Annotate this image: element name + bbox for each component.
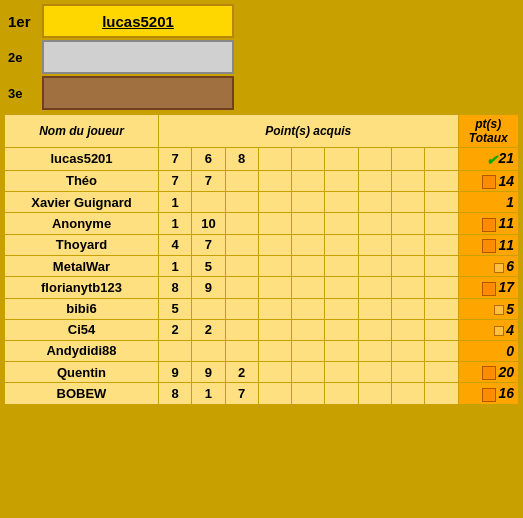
score-cell xyxy=(391,256,424,277)
player-name: Ci54 xyxy=(5,319,159,340)
score-cell: 7 xyxy=(225,383,258,405)
score-cell xyxy=(292,361,325,383)
podium-rank-3: 3e xyxy=(4,86,42,101)
total-value: 5 xyxy=(506,301,514,317)
small-indicator xyxy=(494,305,504,315)
total-value: 6 xyxy=(506,258,514,274)
total-value: 0 xyxy=(506,343,514,359)
total-cell: 14 xyxy=(458,170,518,192)
score-cell xyxy=(192,340,225,361)
score-cell xyxy=(258,277,291,299)
score-cell: 2 xyxy=(225,361,258,383)
player-name: florianytb123 xyxy=(5,277,159,299)
podium-name-3 xyxy=(42,76,234,110)
score-cell xyxy=(225,213,258,235)
score-cell: 8 xyxy=(225,148,258,171)
score-cell xyxy=(258,319,291,340)
score-cell: 2 xyxy=(192,319,225,340)
scores-table: Nom du joueur Point(s) acquis pt(s) Tota… xyxy=(4,114,519,405)
total-value: 14 xyxy=(498,173,514,189)
score-cell: 8 xyxy=(158,383,191,405)
check-icon: ✔ xyxy=(486,152,498,168)
score-cell xyxy=(391,361,424,383)
score-cell xyxy=(225,170,258,192)
total-value: 11 xyxy=(498,237,514,253)
total-cell: 20 xyxy=(458,361,518,383)
score-cell: 1 xyxy=(158,213,191,235)
score-cell xyxy=(258,340,291,361)
score-cell: 5 xyxy=(158,298,191,319)
podium-rank-2: 2e xyxy=(4,50,42,65)
score-cell xyxy=(325,298,358,319)
score-cell xyxy=(225,256,258,277)
score-cell xyxy=(325,277,358,299)
total-cell: 6 xyxy=(458,256,518,277)
score-cell xyxy=(258,234,291,256)
score-cell xyxy=(225,298,258,319)
score-cell xyxy=(292,277,325,299)
score-cell xyxy=(258,298,291,319)
orange-indicator xyxy=(482,366,496,380)
score-cell xyxy=(425,319,458,340)
score-cell xyxy=(425,340,458,361)
score-cell xyxy=(358,383,391,405)
score-cell: 4 xyxy=(158,234,191,256)
score-cell: 8 xyxy=(158,277,191,299)
table-row: Andydidi880 xyxy=(5,340,519,361)
table-row: Quentin99220 xyxy=(5,361,519,383)
total-value: 17 xyxy=(498,279,514,295)
score-cell xyxy=(358,170,391,192)
score-cell xyxy=(358,213,391,235)
score-cell xyxy=(425,170,458,192)
table-row: florianytb1238917 xyxy=(5,277,519,299)
scoreboard: 1er lucas5201 2e 3e Nom du joueur Point(… xyxy=(0,0,523,409)
player-name: MetalWar xyxy=(5,256,159,277)
score-cell: 9 xyxy=(192,361,225,383)
score-cell xyxy=(358,319,391,340)
small-indicator xyxy=(494,326,504,336)
podium-row-2: 2e xyxy=(4,40,519,74)
table-header: Nom du joueur Point(s) acquis pt(s) Tota… xyxy=(5,115,519,148)
score-cell xyxy=(325,170,358,192)
score-cell xyxy=(325,148,358,171)
total-cell: 16 xyxy=(458,383,518,405)
table-row: MetalWar156 xyxy=(5,256,519,277)
orange-indicator xyxy=(482,218,496,232)
total-value: 20 xyxy=(498,364,514,380)
score-cell xyxy=(258,361,291,383)
score-cell xyxy=(425,383,458,405)
score-cell xyxy=(391,148,424,171)
header-total: pt(s) Totaux xyxy=(458,115,518,148)
score-cell xyxy=(425,148,458,171)
score-cell xyxy=(358,298,391,319)
score-cell xyxy=(391,277,424,299)
table-row: Anonyme11011 xyxy=(5,213,519,235)
score-cell xyxy=(258,256,291,277)
score-cell xyxy=(325,319,358,340)
score-cell xyxy=(325,340,358,361)
table-row: Théo7714 xyxy=(5,170,519,192)
total-value: 21 xyxy=(498,150,514,166)
score-cell xyxy=(325,383,358,405)
score-cell xyxy=(292,148,325,171)
score-cell: 2 xyxy=(158,319,191,340)
orange-indicator xyxy=(482,388,496,402)
score-cell: 7 xyxy=(192,234,225,256)
score-cell xyxy=(425,213,458,235)
score-cell xyxy=(158,340,191,361)
player-name: Quentin xyxy=(5,361,159,383)
score-cell xyxy=(425,361,458,383)
score-cell xyxy=(425,192,458,213)
score-cell xyxy=(225,234,258,256)
score-cell xyxy=(425,277,458,299)
score-cell: 7 xyxy=(192,170,225,192)
orange-indicator xyxy=(482,175,496,189)
score-cell xyxy=(225,340,258,361)
score-cell xyxy=(391,213,424,235)
score-cell: 7 xyxy=(158,148,191,171)
table-row: bibi655 xyxy=(5,298,519,319)
score-cell xyxy=(425,256,458,277)
score-cell xyxy=(258,170,291,192)
table-row: Xavier Guignard11 xyxy=(5,192,519,213)
score-cell xyxy=(258,213,291,235)
